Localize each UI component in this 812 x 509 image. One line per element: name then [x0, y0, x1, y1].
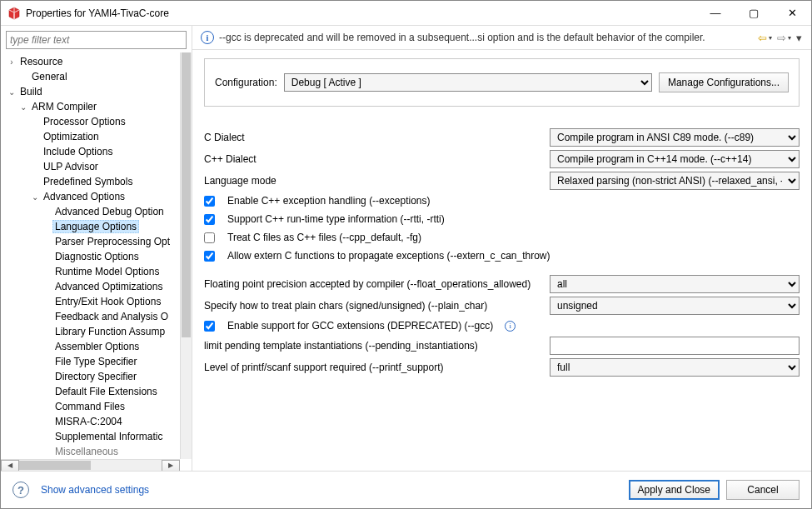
- tree-item-language-options[interactable]: Language Options: [1, 219, 180, 234]
- info-icon: i: [201, 31, 214, 44]
- cpp-default-label: Treat C files as C++ files (--cpp_defaul…: [227, 232, 421, 243]
- pending-instantiations-label: limit pending template instantiations (-…: [204, 340, 541, 352]
- close-button[interactable]: ✕: [773, 1, 811, 26]
- c-dialect-label: C Dialect: [204, 132, 541, 143]
- maximize-button[interactable]: ▢: [735, 1, 773, 26]
- nav-menu-icon[interactable]: ▾: [795, 32, 803, 43]
- language-mode-label: Language mode: [204, 175, 541, 187]
- cpp-dialect-label: C++ Dialect: [204, 153, 541, 165]
- tree-item-assembler-options[interactable]: Assembler Options: [1, 339, 180, 354]
- configuration-select[interactable]: Debug [ Active ]: [284, 73, 652, 92]
- nav-tree: Resource General Build ARM Compiler Proc…: [1, 52, 180, 459]
- scroll-left-icon[interactable]: ◀: [1, 460, 19, 472]
- window-title: Properties for YAMl4-TivaC-core: [26, 7, 696, 19]
- tree-item-misra[interactable]: MISRA-C:2004: [1, 414, 180, 429]
- tree-item-directory-specifier[interactable]: Directory Specifier: [1, 369, 180, 384]
- row-c-dialect: C Dialect Compile program in ANSI C89 mo…: [204, 127, 800, 148]
- float-operations-select[interactable]: all: [550, 275, 800, 293]
- nav-forward-dropdown-icon[interactable]: ▾: [788, 34, 791, 42]
- row-exceptions: Enable C++ exception handling (--excepti…: [204, 192, 800, 210]
- tree-item-parser-preprocessing[interactable]: Parser Preprocessing Opt: [1, 234, 180, 249]
- tree-item-file-type-specifier[interactable]: File Type Specifier: [1, 354, 180, 369]
- tree-item-advanced-debug[interactable]: Advanced Debug Option: [1, 204, 180, 219]
- tree-item-processor-options[interactable]: Processor Options: [1, 114, 180, 129]
- tree-item-ulp-advisor[interactable]: ULP Advisor: [1, 159, 180, 174]
- scroll-right-icon[interactable]: ▶: [162, 460, 180, 472]
- gcc-ext-checkbox[interactable]: [204, 321, 215, 332]
- tree-item-supplemental[interactable]: Supplemental Informatic: [1, 429, 180, 444]
- extern-c-throw-checkbox[interactable]: [204, 251, 215, 262]
- tree-item-general[interactable]: General: [1, 69, 180, 84]
- tree-item-miscellaneous[interactable]: Miscellaneous: [1, 444, 180, 459]
- tree-item-entry-exit-hook[interactable]: Entry/Exit Hook Options: [1, 294, 180, 309]
- show-advanced-link[interactable]: Show advanced settings: [41, 484, 149, 496]
- cpp-default-checkbox[interactable]: [204, 232, 215, 243]
- tree-item-advanced-options[interactable]: Advanced Options: [1, 189, 180, 204]
- tree-item-build[interactable]: Build: [1, 84, 180, 99]
- manage-configurations-button[interactable]: Manage Configurations...: [659, 72, 789, 92]
- filter-input[interactable]: [6, 31, 187, 49]
- cpp-dialect-select[interactable]: Compile program in C++14 mode. (--c++14): [550, 150, 800, 168]
- tree-item-optimization[interactable]: Optimization: [1, 129, 180, 144]
- minimize-button[interactable]: —: [696, 1, 735, 26]
- tree-item-arm-compiler[interactable]: ARM Compiler: [1, 99, 180, 114]
- tree-item-diagnostic-options[interactable]: Diagnostic Options: [1, 249, 180, 264]
- configuration-label: Configuration:: [215, 77, 277, 88]
- right-pane: i --gcc is deprecated and will be remove…: [192, 26, 811, 471]
- row-float-operations: Floating point precision accepted by com…: [204, 273, 800, 295]
- tree-item-default-file-extensions[interactable]: Default File Extensions: [1, 384, 180, 399]
- tree-wrap: Resource General Build ARM Compiler Proc…: [1, 52, 192, 471]
- tree-vertical-scrollbar[interactable]: [180, 52, 192, 459]
- row-cpp-dialect: C++ Dialect Compile program in C++14 mod…: [204, 148, 800, 170]
- printf-support-select[interactable]: full: [550, 358, 800, 377]
- tree-item-resource[interactable]: Resource: [1, 54, 180, 69]
- tree-item-feedback-analysis[interactable]: Feedback and Analysis O: [1, 309, 180, 324]
- titlebar: Properties for YAMl4-TivaC-core — ▢ ✕: [1, 1, 811, 26]
- tree-item-predefined-symbols[interactable]: Predefined Symbols: [1, 174, 180, 189]
- rtti-label: Support C++ run-time type information (-…: [227, 213, 445, 225]
- tree-item-command-files[interactable]: Command Files: [1, 399, 180, 414]
- row-language-mode: Language mode Relaxed parsing (non-stric…: [204, 170, 800, 192]
- warning-message: --gcc is deprecated and will be removed …: [219, 32, 752, 43]
- row-cpp-default: Treat C files as C++ files (--cpp_defaul…: [204, 228, 800, 247]
- pending-instantiations-input[interactable]: [550, 337, 800, 355]
- rtti-checkbox[interactable]: [204, 214, 215, 225]
- exceptions-checkbox[interactable]: [204, 196, 215, 207]
- help-icon[interactable]: ?: [12, 482, 29, 498]
- configuration-box: Configuration: Debug [ Active ] Manage C…: [204, 58, 800, 107]
- plain-char-select[interactable]: unsigned: [550, 297, 800, 315]
- app-icon: [7, 7, 21, 20]
- language-mode-select[interactable]: Relaxed parsing (non-strict ANSI) (--rel…: [550, 172, 800, 190]
- form-content: Configuration: Debug [ Active ] Manage C…: [192, 50, 811, 471]
- printf-support-label: Level of printf/scanf support required (…: [204, 362, 541, 373]
- window-controls: — ▢ ✕: [696, 1, 811, 26]
- footer: ? Show advanced settings Apply and Close…: [1, 471, 811, 508]
- row-rtti: Support C++ run-time type information (-…: [204, 210, 800, 228]
- float-operations-label: Floating point precision accepted by com…: [204, 278, 541, 290]
- row-pending-instantiations: limit pending template instantiations (-…: [204, 335, 800, 357]
- tree-item-library-function[interactable]: Library Function Assump: [1, 324, 180, 339]
- warning-bar: i --gcc is deprecated and will be remove…: [192, 26, 811, 50]
- nav-forward-icon[interactable]: ⇨: [776, 32, 787, 43]
- history-nav: ⇦▾ ⇨▾ ▾: [757, 32, 803, 43]
- apply-close-button[interactable]: Apply and Close: [629, 480, 720, 500]
- row-extern-c-throw: Allow extern C functions to propagate ex…: [204, 247, 800, 265]
- nav-back-icon[interactable]: ⇦: [757, 32, 768, 43]
- row-gcc-ext: Enable support for GCC extensions (DEPRE…: [204, 317, 800, 335]
- filter-box: [6, 31, 187, 49]
- gcc-ext-label: Enable support for GCC extensions (DEPRE…: [227, 320, 493, 332]
- tree-item-advanced-optimizations[interactable]: Advanced Optimizations: [1, 279, 180, 294]
- tree-item-runtime-model[interactable]: Runtime Model Options: [1, 264, 180, 279]
- tree-item-include-options[interactable]: Include Options: [1, 144, 180, 159]
- row-plain-char: Specify how to treat plain chars (signed…: [204, 295, 800, 317]
- tree-horizontal-scrollbar[interactable]: ◀ ▶: [1, 459, 180, 471]
- extern-c-throw-label: Allow extern C functions to propagate ex…: [227, 250, 550, 262]
- main-body: Resource General Build ARM Compiler Proc…: [1, 26, 811, 471]
- cancel-button[interactable]: Cancel: [726, 480, 800, 500]
- left-pane: Resource General Build ARM Compiler Proc…: [1, 26, 192, 471]
- plain-char-label: Specify how to treat plain chars (signed…: [204, 300, 541, 312]
- c-dialect-select[interactable]: Compile program in ANSI C89 mode. (--c89…: [550, 128, 800, 147]
- row-printf-support: Level of printf/scanf support required (…: [204, 357, 800, 378]
- nav-back-dropdown-icon[interactable]: ▾: [769, 34, 772, 42]
- gcc-info-icon[interactable]: i: [505, 321, 516, 332]
